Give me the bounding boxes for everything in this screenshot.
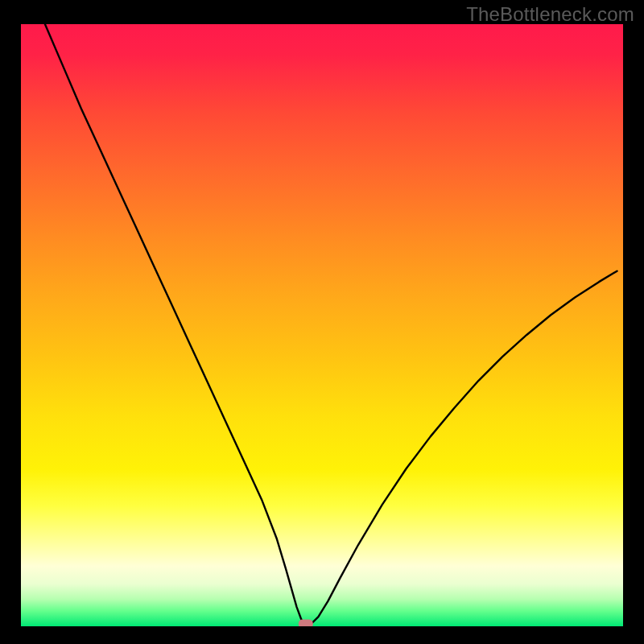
optimum-marker xyxy=(299,620,313,626)
gradient-background xyxy=(21,24,623,626)
bottleneck-chart xyxy=(21,24,623,626)
plot-area xyxy=(21,24,623,626)
watermark-text: TheBottleneck.com xyxy=(466,3,634,26)
chart-frame: TheBottleneck.com xyxy=(0,0,644,644)
